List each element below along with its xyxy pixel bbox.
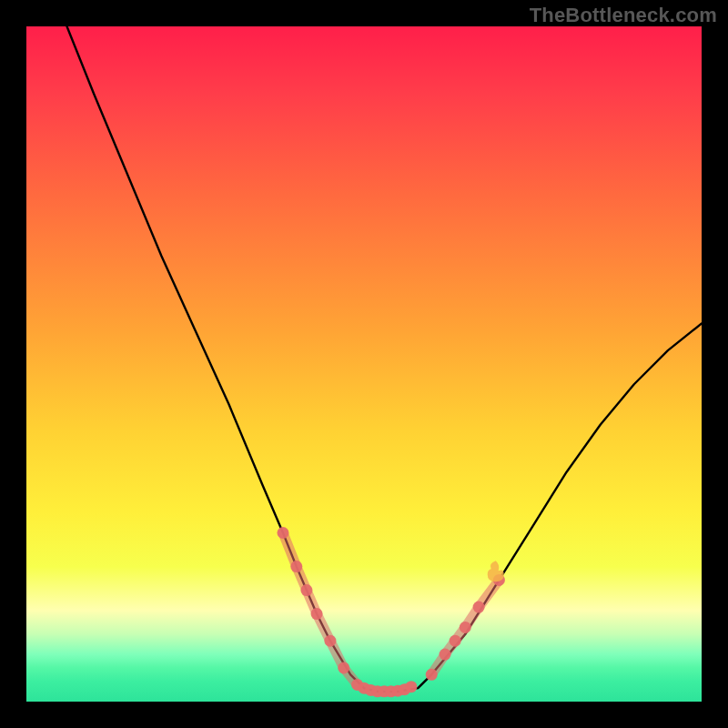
svg-point-17 xyxy=(450,635,461,647)
chart-frame: TheBottleneck.com xyxy=(0,0,728,728)
chart-svg xyxy=(26,26,702,702)
svg-point-1 xyxy=(290,561,302,572)
svg-point-3 xyxy=(311,608,323,620)
svg-point-16 xyxy=(440,649,451,661)
plot-area xyxy=(26,26,702,702)
svg-point-4 xyxy=(324,635,336,647)
bottleneck-curve xyxy=(67,26,702,692)
watermark-text: TheBottleneck.com xyxy=(530,4,717,27)
svg-point-15 xyxy=(426,669,438,681)
data-point-markers xyxy=(277,527,504,697)
svg-point-18 xyxy=(460,622,471,633)
svg-point-5 xyxy=(338,662,349,673)
svg-point-19 xyxy=(473,602,485,613)
svg-point-2 xyxy=(300,584,312,596)
flame-accent-icon xyxy=(488,561,504,581)
svg-point-0 xyxy=(277,527,288,539)
svg-point-14 xyxy=(405,681,417,693)
